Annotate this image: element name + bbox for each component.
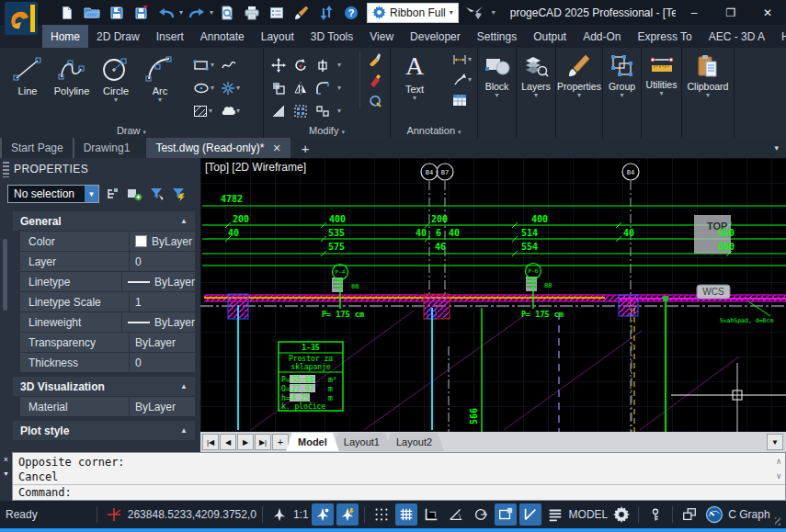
properties-panel-button[interactable]: Properties▾ — [556, 48, 602, 138]
layout-tab-layout2[interactable]: Layout2 — [384, 433, 444, 451]
property-row-layer[interactable]: Layer 0 — [20, 252, 195, 271]
point-array-tool-icon[interactable]: ▾ — [221, 76, 248, 99]
layout-tab-model[interactable]: Model — [286, 433, 339, 451]
scroll-up-icon[interactable]: ∧ — [777, 454, 781, 469]
region-tool-icon[interactable] — [368, 94, 382, 108]
new-file-icon[interactable] — [55, 2, 78, 23]
palette-scrollbar[interactable] — [3, 239, 7, 311]
tab-view[interactable]: View — [361, 25, 402, 48]
tab-home[interactable]: Home — [42, 25, 88, 48]
last-tab-button[interactable]: ▶| — [255, 434, 271, 450]
settings-gear-icon[interactable] — [610, 504, 632, 526]
select-objects-icon[interactable] — [127, 187, 142, 201]
quick-filter-icon[interactable] — [171, 187, 187, 201]
new-layout-button[interactable]: + — [272, 434, 289, 450]
mirror-tool-icon[interactable] — [293, 76, 315, 99]
leader-tool-icon[interactable]: ▾ — [452, 73, 472, 87]
tab-express-to[interactable]: Express To — [630, 25, 701, 48]
offset-tool-icon[interactable] — [315, 53, 337, 76]
property-row-lineweight[interactable]: Lineweight ByLayer — [20, 312, 195, 332]
esnap-jet-icon[interactable] — [268, 504, 290, 526]
dimension-tool-icon[interactable]: ▾ — [452, 52, 472, 67]
layout-tab-layout1[interactable]: Layout1 — [332, 433, 392, 451]
draw-panel-label[interactable]: Draw ▾ — [0, 125, 263, 136]
new-tab-button[interactable]: + — [302, 141, 310, 156]
annotation-panel-label[interactable]: Annotation ▾ — [391, 125, 477, 136]
scroll-down-icon[interactable]: ∨ — [777, 469, 781, 483]
group-panel-button[interactable]: Group▾ — [603, 48, 641, 138]
esnap-marker-icon[interactable] — [312, 504, 334, 526]
arc-tool-button[interactable]: Arc▾ — [138, 51, 182, 104]
tab-insert[interactable]: Insert — [148, 25, 192, 48]
section-header-3d-visualization[interactable]: 3D Visualization▲ — [13, 377, 195, 396]
resize-grip[interactable] — [775, 517, 780, 526]
redo-icon[interactable] — [185, 2, 208, 23]
save-as-icon[interactable]: * — [130, 2, 153, 23]
tab-annotate[interactable]: Annotate — [192, 25, 253, 48]
snap-toggle-icon[interactable] — [370, 504, 393, 526]
tab-aec-3d-a[interactable]: AEC - 3D A — [701, 25, 773, 48]
drawing-viewport[interactable]: B4B7B4P-488P= 175 cmP-688P= 175 cm 1-35 … — [200, 158, 786, 432]
line-tool-button[interactable]: Line — [6, 51, 50, 104]
block-panel-button[interactable]: Block▾ — [478, 48, 516, 138]
chevron-down-icon[interactable]: ▼ — [85, 186, 98, 202]
close-icon[interactable]: ✕ — [272, 142, 280, 154]
pickadd-toggle-icon[interactable] — [106, 187, 120, 201]
otrack-toggle-icon[interactable] — [470, 504, 492, 526]
open-folder-icon[interactable] — [80, 2, 103, 23]
print-icon[interactable] — [240, 2, 263, 23]
layers-panel-button[interactable]: Layers▾ — [517, 48, 555, 138]
windows-layout-icon[interactable] — [678, 504, 701, 526]
page-setup-icon[interactable] — [265, 2, 288, 23]
copy-tool-icon[interactable] — [271, 76, 293, 99]
array-tool-icon[interactable] — [293, 99, 315, 122]
command-console[interactable]: Opposite corner:Cancel∧ ∨ Command: — [12, 452, 786, 501]
toolbar-overflow-icon[interactable]: ▾ — [492, 9, 496, 17]
layout-overflow-icon[interactable]: ▼ — [767, 434, 783, 450]
maximize-button[interactable]: ❐ — [712, 1, 749, 24]
property-row-linetype-scale[interactable]: Linetype Scale 1 — [20, 292, 195, 311]
performance-gauge-icon[interactable] — [703, 504, 725, 526]
property-row-color[interactable]: Color ByLayer — [20, 232, 195, 251]
tab-layout[interactable]: Layout — [253, 25, 302, 48]
property-row-thickness[interactable]: Thickness 0 — [20, 353, 195, 372]
tab-settings[interactable]: Settings — [469, 25, 525, 48]
close-icon[interactable]: × — [4, 455, 8, 464]
viewport-label[interactable]: [Top] [2D Wireframe] — [205, 161, 306, 174]
ellipse-tool-icon[interactable]: ▾ — [193, 76, 221, 99]
chevron-down-icon[interactable]: ▾ — [210, 9, 213, 17]
doc-tab-2[interactable]: Drawing1 — [73, 138, 140, 158]
minimize-button[interactable]: – — [676, 1, 712, 24]
clean-brush-icon[interactable] — [290, 2, 313, 23]
tracking-icon[interactable] — [103, 504, 125, 526]
property-row-material[interactable]: Material ByLayer — [20, 397, 195, 416]
command-prompt[interactable]: Command: — [13, 485, 785, 500]
polar-toggle-icon[interactable] — [445, 504, 467, 526]
utilities-panel-button[interactable]: Utilities▾ — [642, 48, 681, 138]
break-tool-icon[interactable] — [315, 99, 337, 122]
print-preview-icon[interactable] — [215, 2, 238, 23]
table-tool-icon[interactable] — [452, 93, 472, 108]
move-tool-icon[interactable] — [271, 53, 293, 76]
scale-tool-icon[interactable] — [271, 99, 293, 122]
selection-dropdown[interactable]: No selection ▼ — [7, 185, 99, 203]
doc-tab-3[interactable]: Test.dwg (Read-only)*✕ — [146, 138, 290, 158]
esnap-toggle-icon[interactable] — [519, 504, 541, 526]
first-tab-button[interactable]: |◀ — [202, 434, 219, 450]
section-header-plot-style[interactable]: Plot style▲ — [13, 421, 195, 440]
fillet-tool-icon[interactable] — [315, 76, 337, 99]
tab-3d-tools[interactable]: 3D Tools — [302, 25, 361, 48]
menu-lines-icon[interactable] — [544, 504, 566, 526]
property-row-transparency[interactable]: Transparency ByLayer — [20, 333, 195, 352]
model-space-label[interactable]: MODEL — [569, 508, 609, 521]
prev-tab-button[interactable]: ◀ — [220, 434, 236, 450]
undo-icon[interactable] — [154, 2, 177, 23]
tab-output[interactable]: Output — [525, 25, 575, 48]
chevron-down-icon[interactable]: ▾ — [179, 9, 183, 17]
sync-arrows-icon[interactable] — [314, 2, 337, 23]
text-tool-button[interactable]: A Text ▾ — [393, 48, 437, 102]
close-button[interactable]: ✕ — [749, 1, 786, 24]
bird-icon[interactable] — [463, 2, 486, 23]
rotate-tool-icon[interactable] — [293, 53, 315, 76]
palette-grip[interactable] — [3, 162, 9, 177]
